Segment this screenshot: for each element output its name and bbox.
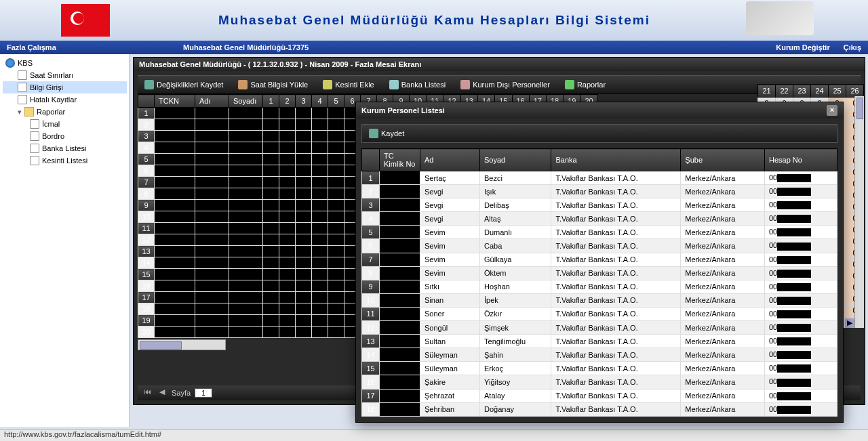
sidebar: KBS Saat SınırlarıBilgi GirişiHatalı Kay… xyxy=(0,54,130,427)
tree-report-Bordro[interactable]: Bordro xyxy=(3,130,127,142)
table-row[interactable]: 10SinanİpekT.Vakıflar Bankası T.A.O.Merk… xyxy=(362,293,837,307)
modal-title-text: Kurum Personel Listesi xyxy=(361,106,445,114)
app-title: Muhasebat Genel Müdürlüğü Kamu Hesapları… xyxy=(218,13,650,28)
tree-reports[interactable]: ▾Raporlar xyxy=(3,106,127,118)
ext-button[interactable]: Kurum Dışı Personeller xyxy=(458,79,553,91)
col-hesap[interactable]: Hesap No xyxy=(764,149,837,171)
table-row[interactable]: 15SüleymanErkoçT.Vakıflar Bankası T.A.O.… xyxy=(362,362,837,375)
table-row[interactable]: 13SultanTengilimoğluT.Vakıflar Bankası T… xyxy=(362,335,837,348)
doc-icon xyxy=(30,119,39,129)
h-scroll[interactable] xyxy=(138,339,226,350)
reports-button[interactable]: Raporlar xyxy=(562,79,608,91)
topbar-org: Muhasebat Genel Müdürlüğü-17375 xyxy=(170,43,776,51)
list-icon xyxy=(389,80,399,89)
table-row[interactable]: 14SüleymanŞahinT.Vakıflar Bankası T.A.O.… xyxy=(362,348,837,362)
day-21[interactable]: 21 xyxy=(758,85,776,98)
col-tckn[interactable]: TCKN xyxy=(155,95,195,108)
pager-input[interactable] xyxy=(195,388,212,398)
topbar: Fazla Çalışma Muhasebat Genel Müdürlüğü-… xyxy=(0,41,868,54)
day-4[interactable]: 4 xyxy=(312,95,328,108)
table-row[interactable]: 8SevimÖktemT.Vakıflar Bankası T.A.O.Merk… xyxy=(362,266,837,280)
col-tc[interactable]: TC Kimlik No xyxy=(380,149,420,171)
tree-report-Kesinti Listesi[interactable]: Kesinti Listesi xyxy=(3,154,127,167)
day-2[interactable]: 2 xyxy=(279,95,296,108)
change-org-link[interactable]: Kurum Değiştir xyxy=(776,43,829,51)
day-22[interactable]: 22 xyxy=(776,85,793,98)
personnel-modal: Kurum Personel Listesi × Kaydet TC Kimli… xyxy=(355,102,844,423)
day-5[interactable]: 5 xyxy=(328,95,344,108)
personnel-grid[interactable]: TC Kimlik No Ad Soyad Banka Şube Hesap N… xyxy=(361,148,837,417)
tree-item-Hatalı Kayıtlar[interactable]: Hatalı Kayıtlar xyxy=(3,93,127,106)
day-1[interactable]: 1 xyxy=(263,95,279,108)
save-icon xyxy=(369,129,378,138)
flag-icon xyxy=(61,4,110,37)
table-row[interactable]: 3SevgiDelibaşT.Vakıflar Bankası T.A.O.Me… xyxy=(362,198,837,212)
col-sube[interactable]: Şube xyxy=(681,149,765,171)
doc-icon xyxy=(30,131,39,141)
doc-icon xyxy=(18,70,27,80)
tree-item-Bilgi Girişi[interactable]: Bilgi Girişi xyxy=(3,81,127,93)
pager-first[interactable]: ⏮ xyxy=(142,387,153,398)
table-row[interactable]: 5SevimDumanlıT.Vakıflar Bankası T.A.O.Me… xyxy=(362,226,837,239)
users-icon xyxy=(460,80,470,89)
upload-icon xyxy=(238,80,248,89)
panel-title: Muhasebat Genel Müdürlüğü - ( 12.1.32.0.… xyxy=(134,58,865,71)
doc-icon xyxy=(30,144,39,153)
save-icon xyxy=(144,80,154,89)
tree-root[interactable]: KBS xyxy=(3,57,127,69)
folder-icon xyxy=(24,107,34,117)
scroll-right-arrow[interactable]: ▶ xyxy=(845,318,854,328)
bank-button[interactable]: Banka Listesi xyxy=(387,79,448,91)
col-soyadi[interactable]: Soyadı xyxy=(229,95,263,108)
day-24[interactable]: 24 xyxy=(811,85,829,98)
tree-report-İcmal[interactable]: İcmal xyxy=(3,118,127,130)
day-25[interactable]: 25 xyxy=(829,85,846,98)
table-row[interactable]: 9SıtkıHoşhanT.Vakıflar Bankası T.A.O.Mer… xyxy=(362,280,837,293)
toolbar: Değişiklikleri Kaydet Saat Bilgisi Yükle… xyxy=(138,75,861,94)
tree-report-Banka Listesi[interactable]: Banka Listesi xyxy=(3,142,127,154)
status-bar: http://www.kbs.gov.tr/fazlacalisma/tumEd… xyxy=(0,429,868,441)
add-icon xyxy=(323,80,332,89)
load-button[interactable]: Saat Bilgisi Yükle xyxy=(235,79,311,91)
table-row[interactable]: 6SevimCabaT.Vakıflar Bankası T.A.O.Merke… xyxy=(362,239,837,253)
topbar-module: Fazla Çalışma xyxy=(7,43,170,51)
app-header: Muhasebat Genel Müdürlüğü Kamu Hesapları… xyxy=(0,0,868,41)
tree-item-Saat Sınırları[interactable]: Saat Sınırları xyxy=(3,69,127,81)
col-ad[interactable]: Ad xyxy=(420,149,480,171)
table-row[interactable]: 16ŞakireYiğitsoyT.Vakıflar Bankası T.A.O… xyxy=(362,375,837,389)
col-banka[interactable]: Banka xyxy=(551,149,681,171)
col-adi[interactable]: Adı xyxy=(195,95,229,108)
table-row[interactable]: 1SertaçBezciT.Vakıflar Bankası T.A.O.Mer… xyxy=(362,171,837,185)
logout-link[interactable]: Çıkış xyxy=(844,43,861,51)
table-row[interactable]: 12SongülŞimşekT.Vakıflar Bankası T.A.O.M… xyxy=(362,321,837,335)
table-row[interactable]: 11SonerÖzkırT.Vakıflar Bankası T.A.O.Mer… xyxy=(362,307,837,320)
deduct-button[interactable]: Kesinti Ekle xyxy=(320,79,376,91)
day-23[interactable]: 23 xyxy=(793,85,811,98)
doc-icon xyxy=(30,156,39,165)
table-row[interactable]: 2SevgiIşıkT.Vakıflar Bankası T.A.O.Merke… xyxy=(362,185,837,198)
table-row[interactable]: 17ŞehrazatAtalayT.Vakıflar Bankası T.A.O… xyxy=(362,389,837,402)
table-row[interactable]: 7SevimGülkayaT.Vakıflar Bankası T.A.O.Me… xyxy=(362,253,837,266)
table-row[interactable]: 4SevgiAltaşT.Vakıflar Bankası T.A.O.Merk… xyxy=(362,212,837,226)
modal-save-button[interactable]: Kaydet xyxy=(366,127,833,140)
day-26[interactable]: 26 xyxy=(846,85,864,98)
pager-prev[interactable]: ◀ xyxy=(157,387,167,398)
v-scroll[interactable] xyxy=(854,96,864,328)
table-row[interactable]: 18ŞehribanDoğanayT.Vakıflar Bankası T.A.… xyxy=(362,402,837,416)
globe-icon xyxy=(5,58,15,68)
close-icon[interactable]: × xyxy=(827,105,837,116)
doc-icon xyxy=(18,83,27,92)
day-3[interactable]: 3 xyxy=(296,95,312,108)
save-button[interactable]: Değişiklikleri Kaydet xyxy=(142,79,226,91)
keyboard-image xyxy=(746,1,814,35)
report-icon xyxy=(565,80,574,89)
doc-icon xyxy=(18,95,27,104)
col-soyad[interactable]: Soyad xyxy=(480,149,551,171)
